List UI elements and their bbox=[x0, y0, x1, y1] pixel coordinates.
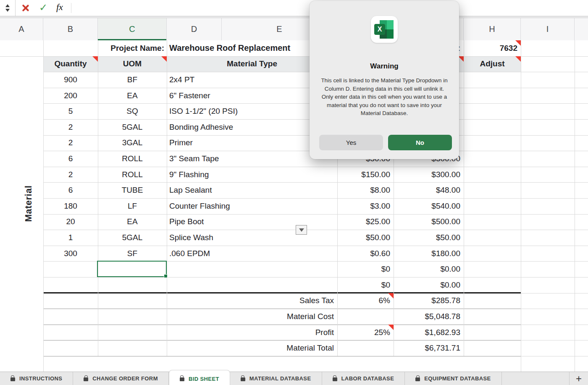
summary-amount-cell[interactable]: $1,682.93 bbox=[394, 325, 464, 340]
uom-cell[interactable]: BF bbox=[98, 72, 167, 88]
column-header-H[interactable]: H bbox=[464, 18, 521, 40]
material-cell[interactable]: Pipe Boot bbox=[167, 214, 337, 230]
uom-cell[interactable]: 5GAL bbox=[98, 119, 167, 135]
no-button[interactable]: No bbox=[388, 135, 452, 150]
fx-icon[interactable]: fx bbox=[56, 2, 63, 13]
unit-price-cell[interactable]: $0 bbox=[337, 277, 394, 293]
tab-equipment-database[interactable]: EQUIPMENT DATABASE bbox=[405, 372, 501, 385]
gridline bbox=[521, 340, 588, 340]
uom-cell[interactable]: SQ bbox=[98, 103, 167, 119]
unit-price-cell[interactable]: $0 bbox=[337, 261, 394, 277]
qty-cell[interactable]: 5 bbox=[43, 103, 98, 119]
qty-cell[interactable]: 1 bbox=[43, 230, 98, 246]
material-cell[interactable] bbox=[167, 277, 337, 293]
summary-pct-cell[interactable] bbox=[337, 309, 394, 325]
material-cell[interactable]: Lap Sealant bbox=[167, 182, 337, 198]
summary-amount-cell[interactable]: $5,048.78 bbox=[394, 309, 464, 325]
dialog-title: Warning bbox=[310, 62, 459, 71]
warning-dialog: X Warning This cell is linked to the Mat… bbox=[310, 1, 459, 159]
qty-cell[interactable]: 2 bbox=[43, 119, 98, 135]
summary-amount-cell[interactable]: $285.78 bbox=[394, 293, 464, 309]
tab-bid-sheet[interactable]: BID SHEET bbox=[169, 370, 230, 385]
tab-labor-database[interactable]: LABOR DATABASE bbox=[322, 372, 405, 385]
add-sheet-button[interactable]: + bbox=[569, 372, 588, 385]
tab-material-database[interactable]: MATERIAL DATABASE bbox=[230, 372, 322, 385]
summary-pct-cell[interactable]: 6% bbox=[337, 293, 394, 309]
column-header-I[interactable]: I bbox=[521, 18, 575, 40]
uom-cell[interactable]: EA bbox=[98, 88, 167, 104]
total-cell[interactable]: $180.00 bbox=[394, 246, 464, 262]
qty-cell[interactable]: 900 bbox=[43, 72, 98, 88]
stepper-down-icon bbox=[5, 9, 10, 12]
tab-instructions[interactable]: INSTRUCTIONS bbox=[0, 372, 73, 385]
uom-cell[interactable]: 5GAL bbox=[98, 230, 167, 246]
qty-cell[interactable]: 300 bbox=[43, 246, 98, 262]
spreadsheet-grid: Project Name:Warehouse Roof Replacement:… bbox=[0, 40, 588, 372]
header-adjust-cell[interactable]: Adjust bbox=[464, 56, 521, 72]
fill-handle[interactable] bbox=[164, 274, 168, 278]
material-cell[interactable]: Splice Wash bbox=[167, 230, 337, 246]
lock-icon bbox=[241, 377, 245, 381]
excel-window: ✓ fx ABCDEHI Project Name:Warehouse Roof… bbox=[0, 0, 588, 385]
uom-cell[interactable]: ROLL bbox=[98, 151, 167, 167]
header-uom-cell[interactable]: UOM bbox=[98, 56, 167, 72]
uom-cell[interactable]: 3GAL bbox=[98, 135, 167, 151]
unit-price-cell[interactable]: $50.00 bbox=[337, 230, 394, 246]
excel-x-glyph: X bbox=[374, 24, 385, 35]
uom-cell[interactable] bbox=[98, 277, 167, 293]
uom-cell[interactable]: EA bbox=[98, 214, 167, 230]
unit-price-cell[interactable]: $0.60 bbox=[337, 246, 394, 262]
uom-cell[interactable]: LF bbox=[98, 198, 167, 214]
material-cell[interactable] bbox=[167, 261, 337, 277]
confirm-icon[interactable]: ✓ bbox=[38, 1, 49, 14]
header-quantity-cell[interactable]: Quantity bbox=[43, 56, 98, 72]
cancel-icon[interactable] bbox=[21, 4, 29, 12]
gridline bbox=[521, 40, 521, 372]
uom-cell[interactable]: SF bbox=[98, 246, 167, 262]
total-cell[interactable]: $0.00 bbox=[394, 277, 464, 293]
qty-cell[interactable]: 180 bbox=[43, 198, 98, 214]
unit-price-cell[interactable]: $150.00 bbox=[337, 167, 394, 183]
qty-cell[interactable] bbox=[43, 261, 98, 277]
column-header-D[interactable]: D bbox=[167, 18, 222, 40]
tab-label: EQUIPMENT DATABASE bbox=[424, 375, 491, 382]
name-box-stepper[interactable] bbox=[0, 0, 16, 16]
tab-change-order-form[interactable]: CHANGE ORDER FORM bbox=[73, 372, 169, 385]
summary-pct-cell[interactable] bbox=[337, 340, 394, 356]
total-cell[interactable]: $0.00 bbox=[394, 261, 464, 277]
column-header-j[interactable] bbox=[575, 18, 588, 40]
tab-label: CHANGE ORDER FORM bbox=[92, 375, 158, 382]
total-cell[interactable]: $500.00 bbox=[394, 214, 464, 230]
total-cell[interactable]: $48.00 bbox=[394, 182, 464, 198]
unit-price-cell[interactable]: $8.00 bbox=[337, 182, 394, 198]
material-cell[interactable]: 9" Flashing bbox=[167, 167, 337, 183]
unit-price-cell[interactable]: $25.00 bbox=[337, 214, 394, 230]
material-dropdown-button[interactable] bbox=[296, 225, 307, 235]
total-cell[interactable]: $50.00 bbox=[394, 230, 464, 246]
total-cell[interactable]: $540.00 bbox=[394, 198, 464, 214]
qty-cell[interactable] bbox=[43, 277, 98, 293]
qty-cell[interactable]: 2 bbox=[43, 167, 98, 183]
qty-cell[interactable]: 6 bbox=[43, 182, 98, 198]
material-cell[interactable]: Counter Flashing bbox=[167, 198, 337, 214]
material-cell[interactable]: .060 EPDM bbox=[167, 246, 337, 262]
comment-flag-b2 bbox=[92, 56, 98, 62]
column-header-B[interactable]: B bbox=[43, 18, 98, 40]
qty-cell[interactable]: 2 bbox=[43, 135, 98, 151]
bid-number-cell[interactable]: 7632 bbox=[464, 40, 521, 56]
uom-cell[interactable]: TUBE bbox=[98, 182, 167, 198]
lock-icon bbox=[84, 377, 88, 381]
uom-cell[interactable]: ROLL bbox=[98, 167, 167, 183]
yes-button[interactable]: Yes bbox=[319, 135, 383, 150]
qty-cell[interactable]: 6 bbox=[43, 151, 98, 167]
summary-amount-cell[interactable]: $6,731.71 bbox=[394, 340, 464, 356]
summary-pct-cell[interactable]: 25% bbox=[337, 325, 394, 340]
column-header-A[interactable]: A bbox=[0, 18, 43, 40]
qty-cell[interactable]: 20 bbox=[43, 214, 98, 230]
total-cell[interactable]: $300.00 bbox=[394, 167, 464, 183]
selected-cell[interactable] bbox=[97, 261, 167, 277]
column-header-C[interactable]: C bbox=[98, 18, 167, 40]
unit-price-cell[interactable]: $3.00 bbox=[337, 198, 394, 214]
qty-cell[interactable]: 200 bbox=[43, 88, 98, 104]
lock-icon bbox=[415, 377, 420, 381]
